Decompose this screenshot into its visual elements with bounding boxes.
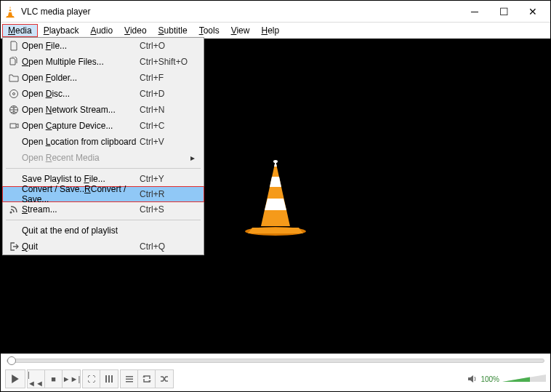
menu-item-label: Open Disc... [22, 89, 140, 99]
menu-separator [6, 220, 201, 220]
menu-item-open-folder[interactable]: Open Folder...Ctrl+F [3, 70, 204, 86]
menu-item-shortcut: Ctrl+D [140, 89, 190, 99]
menu-separator [6, 168, 201, 169]
menu-item-shortcut: Ctrl+F [140, 73, 190, 83]
extended-settings-button[interactable] [100, 370, 118, 388]
volume-control[interactable]: 100% [467, 375, 546, 383]
next-button[interactable]: ►►| [63, 370, 80, 388]
menu-item-label: Stream... [22, 204, 140, 215]
menu-help[interactable]: Help [255, 24, 285, 37]
menu-item-shortcut: Ctrl+R [140, 189, 190, 199]
titlebar: VLC media player ─ ☐ ✕ [1, 1, 550, 23]
menu-item-label: Open File... [22, 41, 140, 51]
submenu-arrow-icon: ▸ [190, 153, 198, 163]
vlc-app-icon [4, 5, 17, 18]
svg-rect-9 [105, 375, 107, 383]
menu-tools[interactable]: Tools [193, 24, 225, 37]
shuffle-button[interactable] [156, 370, 173, 388]
svg-rect-10 [108, 375, 110, 383]
menu-audio[interactable]: Audio [84, 24, 118, 37]
menu-video[interactable]: Video [118, 24, 152, 37]
menu-item-label: Open Multiple Files... [22, 57, 140, 67]
menu-item-label: Quit at the end of playlist [22, 225, 140, 236]
menu-item-shortcut: Ctrl+N [140, 105, 190, 115]
menu-item-open-capture-device[interactable]: Open Capture Device...Ctrl+C [3, 118, 204, 134]
svg-rect-12 [126, 376, 133, 377]
svg-rect-14 [126, 381, 133, 383]
previous-button[interactable]: |◄◄ [28, 370, 45, 388]
menu-item-label: Save Playlist to File... [22, 174, 140, 184]
fullscreen-button[interactable]: ⛶ [83, 370, 100, 388]
svg-rect-7 [10, 124, 16, 128]
menu-item-shortcut: Ctrl+V [140, 137, 190, 147]
menu-item-shortcut: Ctrl+O [140, 41, 190, 51]
svg-point-5 [13, 93, 15, 95]
menu-item-open-disc[interactable]: Open Disc...Ctrl+D [3, 86, 204, 102]
seek-thumb[interactable] [7, 356, 16, 365]
file-icon [6, 41, 22, 51]
menu-item-open-location-from-clipboard[interactable]: Open Location from clipboardCtrl+V [3, 134, 204, 150]
menu-item-shortcut: Ctrl+S [140, 204, 190, 215]
svg-point-8 [10, 212, 12, 214]
menu-item-open-multiple-files[interactable]: Open Multiple Files...Ctrl+Shift+O [3, 54, 204, 70]
svg-rect-0 [9, 8, 12, 9]
media-menu-dropdown: Open File...Ctrl+OOpen Multiple Files...… [2, 37, 204, 255]
stream-icon [6, 204, 22, 215]
volume-percent: 100% [480, 375, 499, 383]
menu-item-open-recent-media: Open Recent Media▸ [3, 150, 204, 166]
close-button[interactable]: ✕ [518, 1, 547, 22]
files-icon [6, 57, 22, 67]
menu-subtitle[interactable]: Subtitle [153, 24, 193, 37]
speaker-icon [467, 375, 478, 383]
menu-item-label: Open Location from clipboard [22, 137, 140, 147]
menu-item-label: Quit [22, 241, 140, 252]
playlist-button[interactable] [121, 370, 138, 388]
menu-item-convert-save[interactable]: Convert / Save..RConvert / Save...Ctrl+R [2, 186, 204, 202]
network-icon [6, 105, 22, 115]
maximize-button[interactable]: ☐ [489, 1, 518, 22]
menu-item-shortcut: Ctrl+Y [140, 174, 190, 184]
menu-item-open-network-stream[interactable]: Open Network Stream...Ctrl+N [3, 102, 204, 118]
menu-item-label: Open Network Stream... [22, 105, 140, 115]
menu-item-shortcut: Ctrl+C [140, 121, 190, 131]
play-button[interactable] [5, 369, 25, 388]
menu-item-label: Open Recent Media [22, 153, 140, 163]
svg-rect-11 [111, 375, 113, 383]
menu-item-label: Open Capture Device... [22, 121, 140, 131]
svg-point-4 [10, 90, 18, 98]
menu-item-open-file[interactable]: Open File...Ctrl+O [3, 38, 204, 54]
menu-item-label: Open Folder... [22, 73, 140, 83]
menu-playback[interactable]: Playback [38, 24, 85, 37]
window-title: VLC media player [21, 7, 460, 17]
quit-icon [6, 241, 22, 252]
menu-item-stream[interactable]: Stream...Ctrl+S [3, 201, 204, 217]
volume-slider[interactable] [502, 375, 546, 383]
menu-item-label: Convert / Save..RConvert / Save... [22, 184, 140, 204]
svg-rect-1 [8, 11, 12, 12]
menu-media[interactable]: Media [2, 24, 38, 37]
disc-icon [6, 89, 22, 99]
loop-button[interactable] [138, 370, 156, 388]
svg-point-3 [273, 160, 278, 163]
menu-item-shortcut: Ctrl+Shift+O [140, 57, 190, 67]
stop-button[interactable]: ■ [45, 370, 63, 388]
menu-item-quit[interactable]: QuitCtrl+Q [3, 239, 204, 255]
vlc-cone-logo [239, 156, 312, 236]
folder-icon [6, 73, 22, 83]
minimize-button[interactable]: ─ [460, 1, 489, 22]
controls-panel: |◄◄ ■ ►►| ⛶ 100% [1, 353, 550, 391]
menu-item-quit-at-the-end-of-playlist[interactable]: Quit at the end of playlist [3, 223, 204, 239]
svg-rect-13 [126, 379, 133, 380]
menubar: MediaPlaybackAudioVideoSubtitleToolsView… [1, 23, 550, 39]
menu-item-shortcut: Ctrl+Q [140, 241, 190, 252]
menu-view[interactable]: View [225, 24, 256, 37]
seek-bar[interactable] [1, 354, 550, 367]
capture-icon [6, 121, 22, 131]
